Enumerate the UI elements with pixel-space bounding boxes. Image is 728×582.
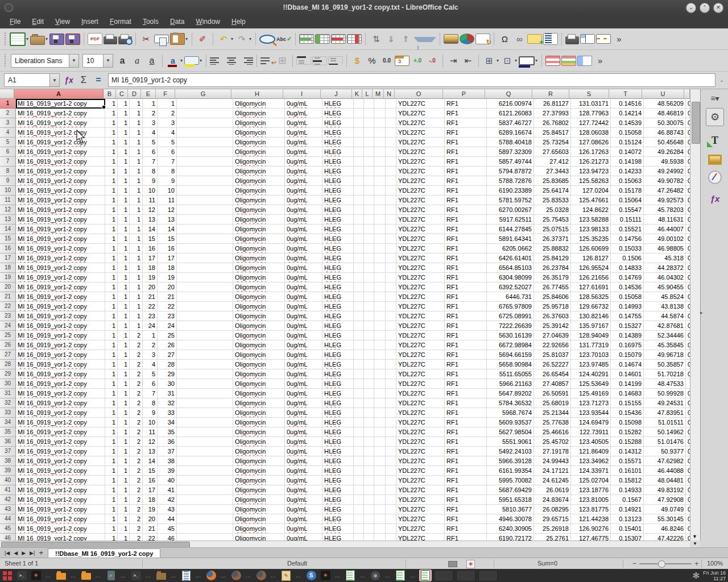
cell[interactable] xyxy=(177,427,233,437)
cell[interactable]: 0. xyxy=(686,495,690,505)
cell[interactable]: 33 xyxy=(158,408,177,418)
cell[interactable]: 20 xyxy=(143,282,158,292)
cell[interactable]: 13 xyxy=(143,447,158,456)
sidebar-settings-icon[interactable]: ≡▾ xyxy=(706,93,723,104)
cell[interactable]: 1 xyxy=(118,225,130,234)
cell[interactable]: YDL227C xyxy=(396,225,445,234)
freeze-rows-and-columns-icon[interactable] xyxy=(580,34,595,44)
cell[interactable]: HLEG xyxy=(322,196,354,205)
cell[interactable]: 7 xyxy=(143,389,158,398)
align-bottom-icon[interactable] xyxy=(328,56,343,65)
cell[interactable]: 48.56209 xyxy=(644,99,686,109)
cell[interactable]: MI 16_0919_yor1-2 copy xyxy=(16,196,105,205)
cell[interactable]: 2 xyxy=(130,476,143,485)
cell[interactable]: 1 xyxy=(118,350,130,360)
cell[interactable]: 26.65454 xyxy=(534,369,571,379)
cell[interactable] xyxy=(177,437,233,447)
cell[interactable]: 1 xyxy=(105,196,118,205)
cell[interactable]: 0.14516 xyxy=(611,99,644,109)
print-area-icon[interactable] xyxy=(565,36,579,44)
cell[interactable]: 1 xyxy=(105,118,118,128)
cell[interactable] xyxy=(386,514,396,524)
cell[interactable]: 0. xyxy=(686,311,690,321)
select-all-corner[interactable] xyxy=(0,89,14,99)
cell[interactable]: 5781.59752 xyxy=(487,196,534,205)
cell[interactable]: YDL227C xyxy=(396,360,445,369)
cell[interactable]: 0. xyxy=(686,437,690,447)
print-preview-icon[interactable] xyxy=(118,36,132,44)
cell[interactable]: 1 xyxy=(118,167,130,176)
cell[interactable]: 2 xyxy=(130,524,143,534)
cell[interactable]: 5647.89202 xyxy=(487,389,534,398)
cell[interactable]: 1 xyxy=(118,514,130,524)
borders-dropdown-icon[interactable]: ▾ xyxy=(497,58,499,63)
cell[interactable]: 0.15307 xyxy=(611,534,644,541)
cell[interactable]: 5694.66159 xyxy=(487,350,534,360)
cell[interactable]: 0.15155 xyxy=(611,398,644,408)
cell[interactable]: 131.03171 xyxy=(571,99,611,109)
cell[interactable]: 0. xyxy=(686,282,690,292)
cell[interactable]: 123.93544 xyxy=(571,408,611,418)
cell[interactable]: 5627.98504 xyxy=(487,427,534,437)
cell[interactable]: 1 xyxy=(118,437,130,447)
cell[interactable]: 49.5938 xyxy=(644,157,686,167)
cell[interactable] xyxy=(177,389,233,398)
text-editor-icon[interactable]: ✎ xyxy=(280,570,292,581)
cell[interactable]: HLEG xyxy=(322,514,354,524)
cell[interactable]: 0. xyxy=(686,244,690,253)
cell[interactable] xyxy=(374,311,386,321)
cell[interactable] xyxy=(364,118,374,128)
cell[interactable]: Oligomycin xyxy=(233,495,285,505)
font-name-dropdown-icon[interactable]: ▼ xyxy=(69,55,78,67)
column-header-C[interactable]: C xyxy=(116,89,128,99)
cell[interactable]: MI 16_0919_yor1-2 copy xyxy=(16,273,105,282)
cell[interactable]: MI 16_0919_yor1-2 copy xyxy=(16,360,105,369)
cell[interactable]: 5897.32309 xyxy=(487,147,534,157)
cell[interactable]: 1 xyxy=(118,418,130,427)
cell[interactable]: RF1 xyxy=(445,282,487,292)
paste-icon[interactable] xyxy=(170,33,185,45)
cell[interactable]: MI 16_0919_yor1-2 copy xyxy=(16,340,105,350)
cell[interactable]: 1 xyxy=(118,147,130,157)
cell[interactable] xyxy=(374,273,386,282)
cell[interactable]: 0ug/mL xyxy=(285,485,322,495)
cell[interactable]: RF1 xyxy=(445,302,487,311)
file-manager-icon[interactable] xyxy=(155,570,167,581)
cell[interactable] xyxy=(354,196,364,205)
cell[interactable] xyxy=(177,466,233,476)
name-box[interactable]: A1 ▼ xyxy=(4,73,60,87)
cell[interactable] xyxy=(177,234,233,244)
cell[interactable]: 0. xyxy=(686,408,690,418)
cell[interactable]: 48.46819 xyxy=(644,109,686,118)
cell[interactable]: 0. xyxy=(686,253,690,263)
cell[interactable]: 21 xyxy=(143,292,158,302)
cell[interactable]: 25.39142 xyxy=(534,321,571,331)
cell[interactable]: YDL227C xyxy=(396,138,445,147)
cell[interactable] xyxy=(374,157,386,167)
increase-indent-icon[interactable]: ⇥ xyxy=(446,54,460,68)
add-decimal-place-icon[interactable]: +.0 xyxy=(411,54,424,68)
cell[interactable] xyxy=(386,215,396,225)
cell[interactable]: Oligomycin xyxy=(233,340,285,350)
cell[interactable]: 5687.69429 xyxy=(487,485,534,495)
cell[interactable]: Oligomycin xyxy=(233,138,285,147)
cell[interactable] xyxy=(386,109,396,118)
cell[interactable] xyxy=(354,331,364,340)
cell[interactable]: 26.23784 xyxy=(534,263,571,273)
cell[interactable]: 1 xyxy=(118,476,130,485)
cell[interactable]: 1 xyxy=(105,128,118,138)
cell[interactable]: 1 xyxy=(105,99,118,109)
cell[interactable]: 1 xyxy=(118,495,130,505)
cell[interactable]: 127.46775 xyxy=(571,534,611,541)
cell[interactable]: 6216.00974 xyxy=(487,99,534,109)
cell[interactable] xyxy=(364,205,374,215)
cell[interactable]: HLEG xyxy=(322,505,354,514)
maximize-button[interactable]: ⌃ xyxy=(700,3,710,13)
cell[interactable]: 0ug/mL xyxy=(285,244,322,253)
cell[interactable]: 37 xyxy=(158,447,177,456)
cell[interactable]: HLEG xyxy=(322,427,354,437)
undo-icon[interactable]: ↶ xyxy=(217,32,230,46)
cell[interactable]: RF1 xyxy=(445,534,487,541)
export-pdf-icon[interactable] xyxy=(88,33,102,45)
cell[interactable] xyxy=(354,205,364,215)
